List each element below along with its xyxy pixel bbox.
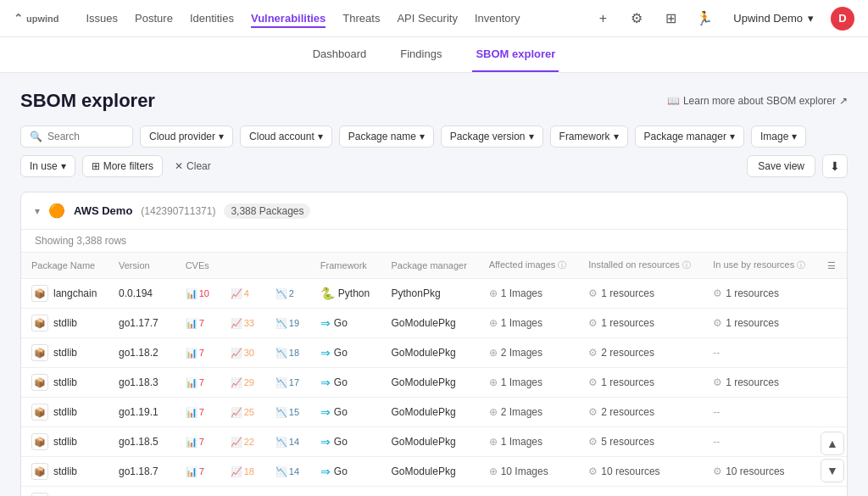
installed-resources-info-icon[interactable]: ⓘ bbox=[682, 260, 691, 270]
nav-links: Issues Posture Identities Vulnerabilitie… bbox=[86, 8, 592, 28]
row-actions-cell bbox=[817, 398, 847, 427]
table-row: 📦 stdlib go1.18.2 📊 7 📈 30 📉 18 ⇒ Go bbox=[21, 338, 847, 368]
pkg-icon: 📦 bbox=[31, 404, 48, 421]
cloud-provider-filter[interactable]: Cloud provider ▾ bbox=[140, 125, 233, 148]
images-icon: ⊕ bbox=[489, 287, 498, 299]
framework-filter[interactable]: Framework ▾ bbox=[550, 125, 628, 148]
cve-blue-cell: 📉 14 bbox=[265, 427, 310, 457]
pkg-name-text: stdlib bbox=[53, 465, 77, 477]
nav-issues[interactable]: Issues bbox=[86, 8, 119, 28]
chart-up-icon: 📉 bbox=[275, 318, 287, 329]
nav-api-security[interactable]: API Security bbox=[397, 8, 458, 28]
person-button[interactable]: 🏃 bbox=[693, 7, 716, 31]
settings-button[interactable]: ⚙ bbox=[625, 7, 648, 31]
cve-red-cell: 📊 7 bbox=[175, 338, 220, 368]
table-row: 📦 langchain 0.0.194 📊 10 📈 4 📉 2 🐍 Pytho… bbox=[21, 279, 847, 309]
clear-x-icon: ✕ bbox=[175, 160, 183, 172]
nav-identities[interactable]: Identities bbox=[190, 8, 234, 28]
cve-orange-badge: 📈 4 bbox=[231, 288, 255, 299]
image-filter[interactable]: Image ▾ bbox=[751, 125, 806, 148]
framework-text: Go bbox=[334, 347, 348, 359]
search-input[interactable] bbox=[47, 131, 124, 142]
in-use-resources-cell: -- bbox=[703, 487, 817, 497]
cve-red-cell: 📊 7 bbox=[175, 398, 220, 427]
col-settings[interactable]: ☰ bbox=[817, 253, 847, 279]
framework-icon: ⇒ bbox=[320, 465, 331, 478]
cve-orange-badge: 📈 33 bbox=[231, 318, 255, 329]
nav-inventory[interactable]: Inventory bbox=[475, 8, 520, 28]
chevron-down-icon: ▾ bbox=[61, 160, 66, 172]
package-name-label: Package name bbox=[348, 131, 416, 142]
framework-icon: ⇒ bbox=[320, 376, 331, 389]
tab-dashboard[interactable]: Dashboard bbox=[309, 37, 370, 72]
col-affected-images: Affected images ⓘ bbox=[479, 253, 579, 279]
package-name-filter[interactable]: Package name ▾ bbox=[339, 125, 434, 148]
package-version-filter[interactable]: Package version ▾ bbox=[441, 125, 543, 148]
column-settings-icon[interactable]: ☰ bbox=[827, 260, 836, 270]
table-row: 📦 stdlib go1.18.5 📊 7 📈 22 📉 14 ⇒ Go bbox=[21, 427, 847, 457]
nav-threats[interactable]: Threats bbox=[342, 8, 380, 28]
cve-blue-badge: 📉 19 bbox=[275, 318, 300, 329]
pkg-name-text: langchain bbox=[53, 287, 97, 299]
grid-button[interactable]: ⊞ bbox=[659, 7, 682, 31]
cve-red-badge: 📊 7 bbox=[186, 377, 210, 388]
images-count: 2 Images bbox=[501, 406, 542, 418]
pkg-version-cell: go1.18.7 bbox=[108, 457, 175, 487]
cve-red-cell: 📊 7 bbox=[175, 309, 220, 338]
pkg-manager-cell: PythonPkg bbox=[381, 279, 479, 309]
aws-toggle-chevron[interactable]: ▾ bbox=[35, 205, 40, 217]
installed-count: 1 resources bbox=[601, 317, 654, 329]
framework-text: Go bbox=[334, 436, 348, 448]
cve-orange-cell: 📈 25 bbox=[220, 398, 265, 427]
tab-sbom-explorer[interactable]: SBOM explorer bbox=[472, 37, 559, 72]
affected-images-cell: ⊕ 2 Images bbox=[479, 338, 579, 368]
images-icon: ⊕ bbox=[489, 436, 498, 448]
scroll-down-button[interactable]: ▼ bbox=[821, 459, 844, 482]
add-button[interactable]: + bbox=[591, 7, 615, 31]
nav-vulnerabilities[interactable]: Vulnerabilities bbox=[251, 8, 326, 28]
cve-red-badge: 📊 7 bbox=[186, 318, 210, 329]
cve-orange-badge: 📈 29 bbox=[231, 377, 255, 388]
cve-orange-cell: 📈 29 bbox=[220, 368, 265, 398]
learn-more-link[interactable]: 📖 Learn more about SBOM explorer ↗ bbox=[667, 95, 848, 107]
search-box[interactable]: 🔍 bbox=[20, 125, 133, 148]
in-use-filter[interactable]: In use ▾ bbox=[20, 155, 75, 177]
download-button[interactable]: ⬇ bbox=[822, 154, 848, 178]
framework-cell: ⇒ Go bbox=[310, 338, 381, 368]
pkg-version-cell: go1.19.1 bbox=[108, 398, 175, 427]
col-package-name: Package Name bbox=[21, 253, 108, 279]
scroll-up-button[interactable]: ▲ bbox=[821, 432, 844, 455]
pkg-name-cell: 📦 stdlib bbox=[21, 368, 108, 398]
in-use-resources-info-icon[interactable]: ⓘ bbox=[797, 260, 805, 270]
cloud-provider-label: Cloud provider bbox=[149, 131, 215, 142]
nav-posture[interactable]: Posture bbox=[135, 8, 173, 28]
cve-red-cell: 📊 7 bbox=[175, 487, 220, 497]
pkg-name-text: stdlib bbox=[53, 376, 77, 388]
cve-red-badge: 📊 7 bbox=[186, 407, 210, 418]
cve-blue-cell: 📉 17 bbox=[265, 368, 310, 398]
tab-findings[interactable]: Findings bbox=[397, 37, 445, 72]
in-use-resources-cell: ⚙1 resources bbox=[703, 309, 817, 338]
pkg-name-cell: 📦 stdlib bbox=[21, 398, 108, 427]
cve-orange-badge: 📈 25 bbox=[231, 407, 255, 418]
pkg-icon: 📦 bbox=[31, 315, 48, 332]
images-icon: ⊕ bbox=[489, 376, 498, 388]
in-use-resources-cell: ⚙1 resources bbox=[703, 368, 817, 398]
row-actions-cell bbox=[817, 309, 847, 338]
sub-navigation: Dashboard Findings SBOM explorer bbox=[0, 37, 868, 73]
pkg-version-cell: go1.19.2 bbox=[108, 487, 175, 497]
installed-count: 5 resources bbox=[601, 436, 654, 448]
cve-red-cell: 📊 7 bbox=[175, 368, 220, 398]
save-view-button[interactable]: Save view bbox=[747, 155, 815, 177]
clear-button[interactable]: ✕ Clear bbox=[170, 156, 216, 176]
table-row: 📦 stdlib go1.18.7 📊 7 📈 18 📉 14 ⇒ Go bbox=[21, 457, 847, 487]
user-menu[interactable]: Upwind Demo ▾ bbox=[726, 8, 821, 28]
in-use-resources-cell: -- bbox=[703, 398, 817, 427]
row-actions-cell bbox=[817, 279, 847, 309]
resources-icon: ⚙ bbox=[588, 436, 598, 448]
package-manager-filter[interactable]: Package manager ▾ bbox=[635, 125, 744, 148]
affected-images-info-icon[interactable]: ⓘ bbox=[558, 260, 566, 270]
more-filters-button[interactable]: ⊞ More filters bbox=[82, 155, 163, 177]
cloud-account-filter[interactable]: Cloud account ▾ bbox=[240, 125, 332, 148]
pkg-version-cell: 0.0.194 bbox=[108, 279, 175, 309]
